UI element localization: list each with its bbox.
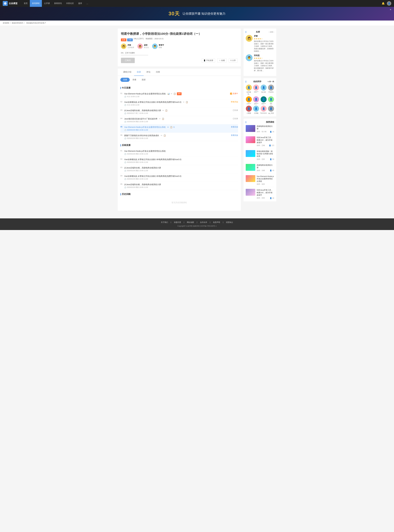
rec-title-2[interactable]: 玩转Java开发工具，精通JUC，成为开发多面手 <box>257 136 274 144</box>
edit-icon: ✏ <box>183 101 185 104</box>
footer-link-about[interactable]: 关于我们 <box>161 221 168 224</box>
future-lesson-item: 05 从Java后端到全栈，高级电商全栈系统大课 🕐 2020/02/26 周四… <box>120 182 238 190</box>
rec-meta-1: 讲师：张小锋 👤 34 <box>257 130 274 133</box>
teacher-avatar-3: 👨 <box>152 43 158 49</box>
lesson-num-active: 05 <box>120 126 124 128</box>
breadcrumb-link-1[interactable]: 发现课程 <box>3 22 9 24</box>
nav-home[interactable]: 首页 <box>22 0 30 7</box>
breadcrumb-link-2[interactable]: 新媒体营销系列 <box>12 22 23 24</box>
course-title: 明星中教授课，小学阶段语法100分–强化级第1讲动词（一） <box>121 32 238 36</box>
copy-icon: 📋 <box>165 109 167 112</box>
refresh-classmates-button[interactable]: ↻ 换一换 <box>268 80 274 83</box>
banner-text1: 让你摆脱平庸 知识使你更有魅力 <box>182 12 225 16</box>
lesson-status-replay[interactable]: 查看回放 <box>229 126 238 128</box>
clock-icon: 🕐 <box>124 178 126 180</box>
next-icon[interactable]: › <box>274 31 274 33</box>
teachers-list: 👩 罗静 主讲老师 👩 凌荷 班主任 <box>121 43 238 49</box>
classmate-avatar: 👤 <box>268 84 274 91</box>
rec-title-6[interactable]: 玩转Java开发工具，精通JUC，成为开发多面手 <box>257 189 274 196</box>
nav-qa[interactable]: 问答社区 <box>64 0 76 7</box>
rec-thumb-2 <box>246 136 255 143</box>
classmates-section-title: 你的同学 ↻ 换一换 <box>246 80 274 83</box>
collect-button[interactable]: ☆ 收藏 <box>217 58 227 63</box>
banner-close-button[interactable]: × <box>390 8 391 11</box>
lesson-status[interactable]: 📶 直播中 <box>228 92 238 95</box>
teachers-pagination[interactable]: ‹ 1/10 › <box>269 31 274 33</box>
classmate-avatar: 👤 <box>268 106 274 112</box>
classmate-avatar: 👤 <box>268 96 274 102</box>
clock-icon: 🕐 <box>124 129 126 131</box>
lesson-name: Vue Element+Node.js开发企业通用管理后台系统 <box>124 150 238 153</box>
lesson-name: 从Java后端到全栈，高级电商全栈系统大课 <box>124 183 238 186</box>
lesson-time: 🕐 2020/02/26 周四 10:00-11:00 <box>124 137 229 140</box>
clock-icon: 🕐 <box>124 153 126 155</box>
teacher-avatar-1: 👩 <box>121 43 126 49</box>
tab-qa[interactable]: 问答 <box>153 68 163 76</box>
tab-catalog[interactable]: 目录 <box>134 68 144 76</box>
subtab-live[interactable]: 直播 <box>120 78 130 82</box>
lesson-icons: ✏ 📋 <box>162 109 167 112</box>
rec-info-5: Vue Element+Node.js开发企业通用管理后台系统 讲师：张田 <box>257 175 274 186</box>
rec-meta-3: 讲师：岱田 👤 56 <box>257 158 274 161</box>
main-container: 明星中教授课，小学阶段语法100分–强化级第1讲动词（一） 直播 录播 246人… <box>115 26 279 216</box>
footer-link-disclaimer[interactable]: 免责声明 <box>213 221 220 224</box>
course-tabs: 课程介绍 目录 评论 问答 <box>118 68 241 76</box>
sidebar-teacher-card-1: 👩 罗静 ★★★★☆ 国内某重点大学安全工程专业硕士，国家一级注册消防工程师、注… <box>246 35 274 52</box>
footer-link-recruit[interactable]: 招贤纳士 <box>226 221 233 224</box>
rec-meta-5: 讲师：张田 <box>257 183 274 185</box>
lesson-item: 06 跟随千万级项目从0到100全过程高效成长 ✏ 📋 🕐 2020/02/26… <box>120 133 238 141</box>
nav-more[interactable]: ... <box>84 0 90 7</box>
bought-button[interactable]: 已购买 <box>121 58 135 63</box>
prev-icon[interactable]: ‹ <box>269 31 269 33</box>
logo-icon <box>3 1 8 6</box>
rec-thumb-6 <box>246 189 255 196</box>
lesson-info: 从Java后端到全栈，高级电商全栈系统大课 🕐 2020/02/26 周四 10… <box>124 183 238 188</box>
footer-link-partner[interactable]: 合作伙伴 <box>200 221 207 224</box>
classmate-item: 👤 qq_天涯 <box>268 106 274 114</box>
future-lesson-item: 01 Vue Element+Node.js开发企业通用管理后台系统 🕐 202… <box>120 148 238 157</box>
tab-intro[interactable]: 课程介绍 <box>120 68 134 76</box>
classmate-item: 👤 1567** <box>253 96 259 104</box>
teacher-role-1: 主讲老师 <box>128 46 134 49</box>
classmates-grid: 👤 化学教书... 👤 1567** 👤 张小田 👤 Charles 👤 <box>246 84 274 114</box>
nav-courses[interactable]: 发现课程 <box>30 0 42 7</box>
user-avatar[interactable]: 👤 <box>387 1 391 6</box>
rec-title-1[interactable]: 高级电商全线系统大课 <box>257 125 274 130</box>
rec-title-5[interactable]: Vue Element+Node.js开发企业通用管理后台系统 <box>257 175 274 183</box>
nav-problems[interactable]: 题库 <box>76 0 84 7</box>
classmate-name: 化学教书... <box>246 91 252 95</box>
rec-item-3: 前端全栈加强版！前端全线+全周期+多组应用 讲师：岱田 👤 56 <box>246 150 274 162</box>
lesson-icons: ✏ 📋 <box>183 101 188 104</box>
footer-link-sitemap[interactable]: 网站地图 <box>187 221 194 224</box>
lesson-name: Vue全家桶实战 从零独立开发企业级小米电商系统(免费升级Vue3.0) <box>124 158 238 161</box>
footer-link-agent[interactable]: 加盟代理 <box>174 221 181 224</box>
phone-watch-button[interactable]: 📱 手机观看 <box>202 58 215 63</box>
classmate-avatar: 👤 <box>246 96 252 102</box>
teacher-desc-1: 国内某重点大学安全工程专业硕士，国家一级注册消防工程师、注册安全工程师、高级注册… <box>254 40 274 52</box>
classmate-item: 👤 大笨狐 <box>253 106 259 114</box>
rec-title-3[interactable]: 前端全栈加强版！前端全线+全周期+多组应用 <box>257 150 274 158</box>
classmate-name: 1567** <box>254 103 259 104</box>
share-button[interactable]: ⎘ 分享 <box>229 58 238 63</box>
classmates-card: 你的同学 ↻ 换一换 👤 化学教书... 👤 1567** 👤 <box>244 78 276 116</box>
rec-title-4[interactable]: 高级电商全线系统大课 <box>257 164 274 169</box>
teacher-desc-2: 国内某重点大学安全工程专业硕士，国家一级注册消防工程师、注册安全工程师、级注册建… <box>254 59 274 72</box>
nav-news[interactable]: 新闻资讯 <box>52 0 64 7</box>
logo[interactable]: 云朵课堂 <box>3 1 17 6</box>
classmate-name: 1567** <box>254 91 259 93</box>
teacher-item-1: 👩 罗静 主讲老师 <box>121 43 134 49</box>
lesson-info: Vue全家桶实战 从零独立开发企业级小米电商系统(免费升级Vue3.0) 🕐 2… <box>124 175 238 180</box>
rec-meta-2: 讲师：王峰 👤 123 <box>257 144 274 147</box>
subtab-record[interactable]: 录播 <box>130 78 139 82</box>
classmate-item: 👤 Summers <box>260 106 267 114</box>
lesson-name: 从Java后端到全栈，高级电商全栈系统大课 ✏ 📋 <box>124 109 231 112</box>
notification-icon[interactable]: 🔔 <box>382 2 385 5</box>
course-meta: 246人已学习 有效期至：2019-10-21 <box>134 37 164 40</box>
tab-comments[interactable]: 评论 <box>144 68 153 76</box>
subtab-offline[interactable]: 面授 <box>139 78 148 82</box>
nav-open[interactable]: 公开课 <box>42 0 52 7</box>
rec-meta-6: 讲师：岱田 👤 46 <box>257 197 274 199</box>
lesson-item: 04 Java项目面试实操 提升大厂面试成功率 ✏ 📋 🕐 2020/02/26… <box>120 116 238 124</box>
lesson-status-replay-2[interactable]: 查看回放 <box>229 134 238 136</box>
breadcrumb-current: 销冠修炼术抓定80%的客户 <box>26 22 46 24</box>
